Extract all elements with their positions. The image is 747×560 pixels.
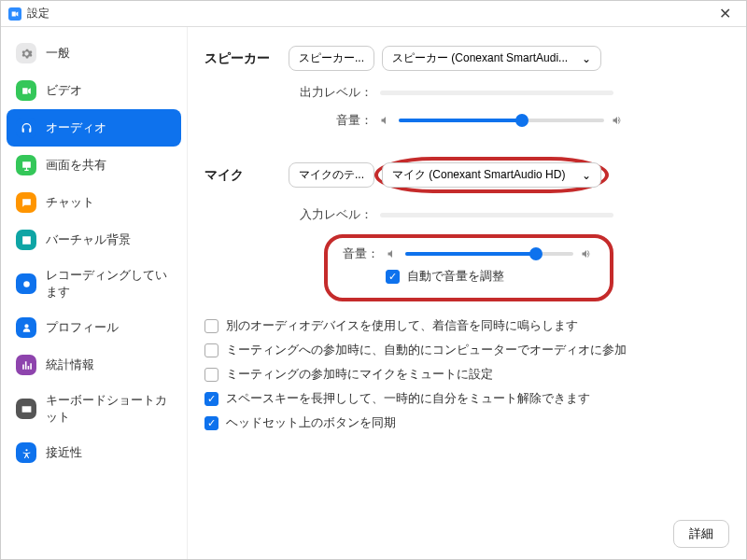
mic-section-label: マイク <box>204 167 289 184</box>
option-label: ミーティングへの参加時に、自動的にコンピューターでオーディオに参加 <box>226 342 627 358</box>
option-label: スペースキーを長押しして、一時的に自分をミュート解除できます <box>226 390 590 407</box>
auto-adjust-volume-checkbox[interactable] <box>386 270 400 284</box>
sidebar-item-label: プロフィール <box>46 319 119 336</box>
volume-high-icon <box>581 248 592 259</box>
sidebar-item-1[interactable]: ビデオ <box>7 72 181 109</box>
sidebar-item-4[interactable]: チャット <box>7 184 181 221</box>
stats-icon <box>16 355 36 375</box>
input-level-label: 入力レベル： <box>289 206 373 223</box>
chat-icon <box>16 192 36 213</box>
option-checkbox-2[interactable] <box>204 368 218 382</box>
sidebar-item-5[interactable]: バーチャル背景 <box>7 221 181 259</box>
option-row-3: スペースキーを長押しして、一時的に自分をミュート解除できます <box>204 390 729 407</box>
sidebar-item-2[interactable]: オーディオ <box>7 109 181 147</box>
sidebar-item-0[interactable]: 一般 <box>7 35 181 72</box>
option-row-1: ミーティングへの参加時に、自動的にコンピューターでオーディオに参加 <box>204 342 729 358</box>
sidebar-item-3[interactable]: 画面を共有 <box>7 147 181 184</box>
input-level-meter <box>380 213 613 217</box>
speaker-volume-slider[interactable] <box>399 114 604 127</box>
speaker-device-selected: スピーカー (Conexant SmartAudi... <box>392 50 576 66</box>
sidebar-item-label: チャット <box>46 194 94 211</box>
chevron-down-icon: ⌄ <box>582 52 591 65</box>
headphones-icon <box>16 118 36 138</box>
test-mic-button[interactable]: マイクのテ... <box>289 162 374 188</box>
sidebar-item-label: オーディオ <box>46 119 106 136</box>
mic-device-dropdown[interactable]: マイク (Conexant SmartAudio HD) ⌄ <box>382 162 601 188</box>
window-title: 設定 <box>27 6 49 21</box>
advanced-button[interactable]: 詳細 <box>673 520 729 548</box>
keyboard-icon <box>16 399 36 419</box>
sidebar-item-6[interactable]: レコーディングしています <box>7 259 181 309</box>
output-level-meter <box>380 91 613 95</box>
sidebar: 一般ビデオオーディオ画面を共有チャットバーチャル背景レコーディングしていますプロ… <box>1 27 188 559</box>
auto-adjust-volume-label: 自動で音量を調整 <box>407 268 504 285</box>
sidebar-item-label: 一般 <box>46 45 70 62</box>
mic-volume-label: 音量： <box>343 245 379 262</box>
close-button[interactable]: ✕ <box>712 3 739 24</box>
speaker-device-dropdown[interactable]: スピーカー (Conexant SmartAudi... ⌄ <box>382 46 601 71</box>
option-checkbox-0[interactable] <box>204 319 218 333</box>
option-row-0: 別のオーディオデバイスを使用して、着信音を同時に鳴らします <box>204 317 729 334</box>
sidebar-item-label: ビデオ <box>46 82 82 99</box>
mic-dropdown-highlight: マイク (Conexant SmartAudio HD) ⌄ <box>374 157 609 193</box>
profile-icon <box>16 317 36 338</box>
volume-low-icon <box>380 115 391 126</box>
sidebar-item-9[interactable]: キーボードショートカット <box>7 384 181 434</box>
accessibility-icon <box>16 442 36 463</box>
option-label: ミーティングの参加時にマイクをミュートに設定 <box>226 366 493 383</box>
video-icon <box>16 80 36 101</box>
test-speaker-button[interactable]: スピーカー... <box>289 46 374 71</box>
gear-icon <box>16 43 36 63</box>
sidebar-item-label: 接近性 <box>46 444 82 461</box>
svg-point-0 <box>23 281 30 287</box>
sidebar-item-label: バーチャル背景 <box>46 231 131 248</box>
output-level-label: 出力レベル： <box>289 84 373 101</box>
sidebar-item-label: 画面を共有 <box>46 157 106 174</box>
speaker-section-label: スピーカー <box>204 50 289 67</box>
record-icon <box>16 273 36 294</box>
sidebar-item-label: レコーディングしています <box>46 267 172 301</box>
virtual-bg-icon <box>16 230 36 250</box>
option-row-2: ミーティングの参加時にマイクをミュートに設定 <box>204 366 729 383</box>
app-icon <box>8 7 21 21</box>
sidebar-item-7[interactable]: プロフィール <box>7 309 181 346</box>
sidebar-item-8[interactable]: 統計情報 <box>7 346 181 384</box>
sidebar-item-label: 統計情報 <box>46 357 94 373</box>
option-label: 別のオーディオデバイスを使用して、着信音を同時に鳴らします <box>226 317 578 334</box>
option-row-4: ヘッドセット上のボタンを同期 <box>204 414 729 431</box>
share-icon <box>16 155 36 175</box>
option-checkbox-3[interactable] <box>204 392 218 406</box>
volume-high-icon <box>612 115 623 126</box>
option-checkbox-4[interactable] <box>204 416 218 430</box>
speaker-volume-label: 音量： <box>289 112 373 129</box>
sidebar-item-10[interactable]: 接近性 <box>7 434 181 471</box>
sidebar-item-label: キーボードショートカット <box>46 392 172 426</box>
mic-device-selected: マイク (Conexant SmartAudio HD) <box>392 167 576 183</box>
mic-volume-highlight-box: 音量： 自動で音量を調整 <box>324 234 613 301</box>
chevron-down-icon: ⌄ <box>582 169 591 182</box>
mic-volume-slider[interactable] <box>405 247 573 260</box>
option-label: ヘッドセット上のボタンを同期 <box>226 414 396 431</box>
option-checkbox-1[interactable] <box>204 343 218 357</box>
volume-low-icon <box>387 248 398 259</box>
audio-settings-panel: スピーカー スピーカー... スピーカー (Conexant SmartAudi… <box>188 27 746 559</box>
